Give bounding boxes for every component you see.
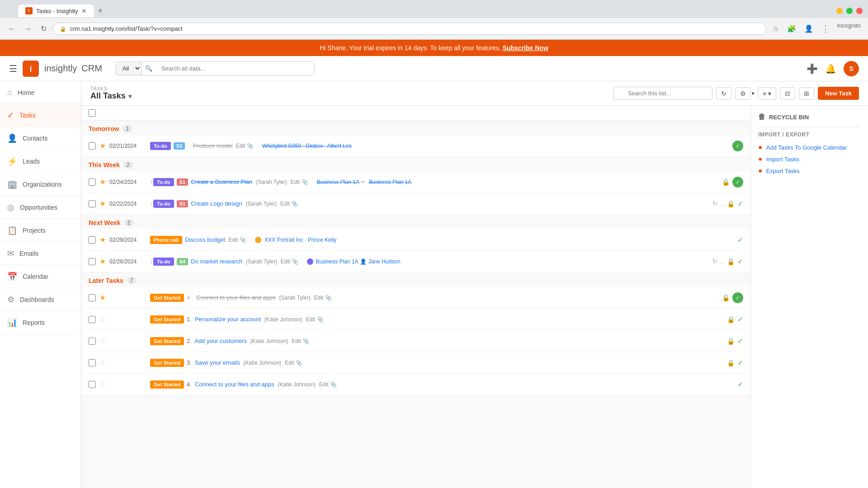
filter-button[interactable]: ⊟: [780, 87, 795, 100]
task-checkbox-1[interactable]: [89, 142, 96, 150]
task-name-link-5[interactable]: Do market research: [191, 258, 242, 265]
task-edit-2[interactable]: Edit: [290, 179, 300, 185]
user-avatar[interactable]: S: [844, 61, 859, 76]
sidebar-item-calendar[interactable]: 📅 Calendar: [0, 265, 81, 288]
task-complete-check-9[interactable]: ✓: [737, 358, 743, 367]
sidebar-item-home[interactable]: ⌂ Home: [0, 81, 81, 104]
task-star-8[interactable]: ☆: [99, 337, 106, 345]
sidebar-item-organizations[interactable]: 🏢 Organizations: [0, 173, 81, 196]
task-edit-1[interactable]: Edit: [236, 143, 245, 149]
task-checkbox-9[interactable]: [89, 359, 96, 366]
task-checkbox-6[interactable]: [89, 294, 96, 301]
export-tasks-link[interactable]: ● Export Tasks: [758, 165, 861, 177]
task-name-link-7[interactable]: Personalize your account: [195, 316, 261, 323]
task-complete-check-4[interactable]: ✓: [737, 235, 743, 244]
task-edit-4[interactable]: Edit: [229, 237, 238, 243]
minimize-button[interactable]: [836, 8, 843, 14]
task-link-2a[interactable]: Business Plan 1A: [317, 179, 359, 185]
task-checkbox-3[interactable]: [89, 200, 96, 207]
select-all-checkbox[interactable]: [89, 109, 96, 117]
sidebar-item-emails[interactable]: ✉ Emails: [0, 242, 81, 265]
task-link-4[interactable]: XXX Portrait Inc · Prince Kelly: [264, 237, 336, 243]
task-edit-5[interactable]: Edit: [281, 258, 290, 265]
task-name-link-9[interactable]: Save your emails: [195, 359, 240, 366]
columns-button[interactable]: ⊞: [799, 87, 814, 100]
more-button[interactable]: ⋮: [819, 22, 832, 36]
task-person-5[interactable]: Jane Hudson: [368, 258, 401, 265]
sidebar-item-opportunities[interactable]: ◎ Opportunities: [0, 196, 81, 219]
reload-button[interactable]: ↻: [38, 23, 49, 35]
maximize-button[interactable]: [846, 8, 853, 14]
refresh-button[interactable]: ↻: [716, 87, 731, 100]
task-complete-check-8[interactable]: ✓: [737, 337, 743, 345]
sidebar-item-dashboards[interactable]: ⚙ Dashboards: [0, 288, 81, 311]
task-star-6[interactable]: ★: [99, 293, 106, 302]
task-complete-check-5[interactable]: ✓: [737, 257, 743, 266]
search-scope-dropdown[interactable]: All: [116, 62, 142, 75]
add-gcal-link[interactable]: ● Add Tasks To Google Calendar: [758, 141, 861, 153]
task-name-link-8[interactable]: Add your customers: [194, 338, 247, 344]
task-star-5[interactable]: ★: [99, 257, 106, 266]
settings-dropdown-arrow[interactable]: ▾: [752, 91, 754, 96]
import-tasks-link[interactable]: ● Import Tasks: [758, 153, 861, 165]
sidebar-item-contacts[interactable]: 👤 Contacts: [0, 127, 81, 150]
task-checkbox-8[interactable]: [89, 338, 96, 345]
task-name-link-2[interactable]: Create a Business Plan: [191, 178, 252, 185]
sidebar-item-tasks[interactable]: ✓ Tasks: [0, 104, 81, 127]
task-complete-check-3[interactable]: ✓: [737, 199, 743, 208]
notifications-button[interactable]: 🔔: [825, 63, 836, 74]
task-edit-3[interactable]: Edit: [280, 201, 290, 207]
task-star-9[interactable]: ☆: [99, 358, 106, 367]
task-star-3[interactable]: ★: [99, 199, 106, 208]
subscribe-link[interactable]: Subscribe Now: [503, 44, 548, 52]
extension-button[interactable]: 🧩: [784, 22, 799, 36]
task-edit-6[interactable]: Edit: [314, 295, 323, 301]
task-checkbox-7[interactable]: [89, 316, 96, 323]
search-list-input[interactable]: [613, 87, 712, 100]
sidebar-item-leads[interactable]: ⚡ Leads: [0, 150, 81, 173]
task-name-link-4[interactable]: Discuss budget: [185, 236, 225, 243]
task-complete-button-2[interactable]: [732, 177, 743, 188]
task-star-1[interactable]: ★: [99, 141, 106, 150]
logo[interactable]: i insightly CRM: [23, 61, 102, 77]
global-search-input[interactable]: [156, 62, 314, 75]
task-link-5[interactable]: Business Plan 1A: [316, 258, 359, 265]
task-complete-check-7[interactable]: ✓: [737, 315, 743, 324]
task-checkbox-4[interactable]: [89, 236, 96, 244]
settings-dropdown[interactable]: ⚙ ▾: [735, 87, 754, 100]
active-tab[interactable]: T Tasks - Insightly ✕: [18, 5, 94, 17]
task-edit-10[interactable]: Edit: [319, 381, 329, 388]
tab-close-button[interactable]: ✕: [81, 7, 87, 14]
back-button[interactable]: ←: [5, 23, 18, 35]
new-tab-button[interactable]: +: [94, 5, 106, 18]
task-complete-button-6[interactable]: [732, 292, 743, 303]
sidebar-item-reports[interactable]: 📊 Reports: [0, 311, 81, 334]
task-complete-check-10[interactable]: ✓: [737, 380, 743, 389]
profile-button[interactable]: 👤: [802, 22, 816, 36]
bookmark-button[interactable]: ☆: [770, 22, 782, 36]
list-view-button[interactable]: ≡ ▾: [758, 87, 776, 100]
task-complete-button-1[interactable]: [732, 141, 743, 151]
task-name-link-3[interactable]: Create Logo design: [191, 200, 242, 207]
sidebar-item-projects[interactable]: 📋 Projects: [0, 219, 81, 242]
task-star-7[interactable]: ☆: [99, 315, 106, 324]
task-edit-8[interactable]: Edit: [292, 338, 301, 344]
address-bar[interactable]: 🔒 crm.na1.insightly.com/list/Task/?v=com…: [53, 23, 766, 35]
task-star-4[interactable]: ★: [99, 235, 106, 244]
close-button[interactable]: [856, 8, 863, 14]
task-edit-7[interactable]: Edit: [306, 316, 315, 323]
new-task-button[interactable]: New Task: [818, 87, 859, 100]
task-link-1[interactable]: Whirlybird G950 · Globex · Albert Lee: [262, 143, 352, 149]
task-name-link-10[interactable]: Connect to your files and apps: [195, 381, 274, 388]
menu-toggle-button[interactable]: ☰: [9, 63, 17, 74]
title-dropdown-arrow[interactable]: ▾: [128, 93, 132, 100]
add-button[interactable]: ➕: [807, 63, 818, 74]
task-checkbox-2[interactable]: [89, 178, 96, 186]
task-link-2b[interactable]: Business Plan 1A: [369, 179, 411, 185]
task-star-10[interactable]: ☆: [99, 380, 106, 389]
task-star-2[interactable]: ★: [99, 178, 106, 186]
task-checkbox-10[interactable]: [89, 381, 96, 388]
task-edit-9[interactable]: Edit: [285, 360, 294, 366]
settings-button[interactable]: ⚙: [735, 87, 751, 100]
forward-button[interactable]: →: [22, 23, 34, 35]
